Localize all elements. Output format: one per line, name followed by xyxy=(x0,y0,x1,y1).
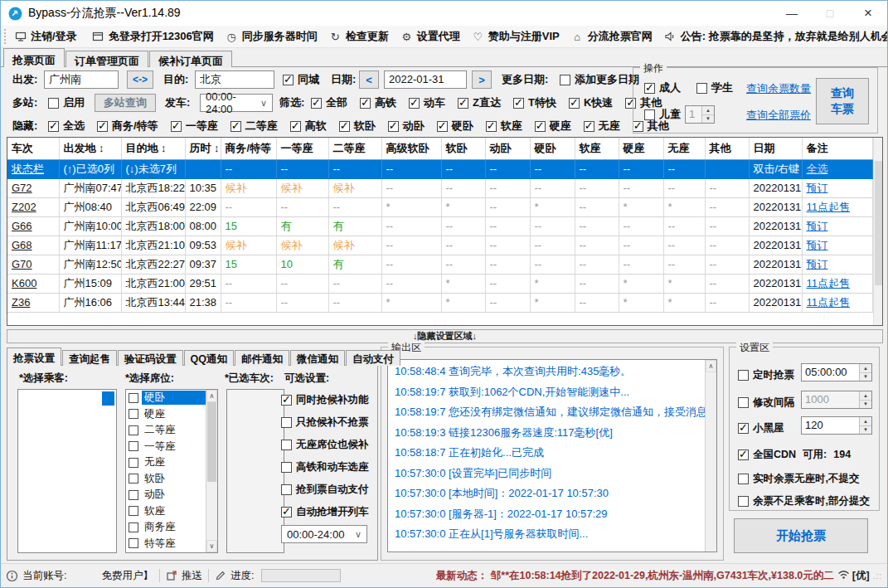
toolbar-item-7[interactable]: 公告: 抢票靠的是坚持，放弃就是给别人机会！ xyxy=(658,26,887,47)
seat-hide-checkbox-4[interactable]: 高软 xyxy=(290,117,327,135)
checkbox-box[interactable] xyxy=(171,121,182,132)
column-header[interactable]: 软卧 xyxy=(441,138,485,159)
checkbox-box[interactable] xyxy=(281,417,292,428)
train-type-checkbox-5[interactable]: K快速 xyxy=(569,94,613,112)
checkbox-box[interactable] xyxy=(281,484,292,495)
checkbox-box[interactable] xyxy=(129,538,138,548)
adult-checkbox[interactable]: 成人 xyxy=(644,79,681,97)
checkbox-box[interactable] xyxy=(738,450,749,460)
maximize-button[interactable]: □ xyxy=(811,1,849,26)
seat-option-3[interactable]: 一等座 xyxy=(126,439,206,455)
checkbox-box[interactable] xyxy=(696,83,707,94)
checkbox-box[interactable] xyxy=(738,496,749,507)
scroll-up-icon[interactable]: ∧ xyxy=(706,360,716,372)
stepper-up-icon[interactable]: ▲ xyxy=(860,417,871,426)
seat-type-listbox[interactable]: 硬卧硬座二等座一等座无座软卧动卧软座商务座特等座 ∧ ∨ xyxy=(125,389,218,553)
stepper-up-icon[interactable]: ▲ xyxy=(702,106,714,115)
minimize-button[interactable]: — xyxy=(773,1,811,26)
interval-stepper[interactable]: 1000 ▲▼ xyxy=(801,391,872,409)
checkbox-box[interactable] xyxy=(311,98,322,109)
checkbox-box[interactable] xyxy=(281,462,292,473)
tab-候补订单页面[interactable]: 候补订单页面 xyxy=(149,51,232,67)
checkbox-box[interactable] xyxy=(129,441,138,451)
checkbox-box[interactable] xyxy=(97,121,108,132)
stepper-up-icon[interactable]: ▲ xyxy=(860,391,871,401)
checkbox-box[interactable] xyxy=(129,458,138,468)
toolbar-item-2[interactable]: ◷同步服务器时间 xyxy=(220,26,323,47)
settings-tab-自动支付[interactable]: 自动支付 xyxy=(346,350,400,366)
checkbox-box[interactable] xyxy=(281,395,292,406)
train-type-checkbox-4[interactable]: T特快 xyxy=(513,94,556,112)
status-row[interactable]: 状态栏(↑)已选0列(↓)未选7列--------------------双击/… xyxy=(7,159,872,178)
seat-hide-checkbox-9[interactable]: 硬座 xyxy=(535,117,571,135)
seat-hide-checkbox-0[interactable]: 全选 xyxy=(48,117,85,135)
settings-tab-QQ通知[interactable]: QQ通知 xyxy=(184,350,234,366)
multi-enable-checkbox[interactable]: 启用 xyxy=(48,94,85,112)
option-checkbox-4[interactable]: 抢到票自动支付 xyxy=(281,480,369,498)
checkbox-box[interactable] xyxy=(458,98,468,109)
checkbox-box[interactable] xyxy=(738,397,749,408)
toolbar-item-3[interactable]: ↻检查更新 xyxy=(323,26,395,47)
checkbox-box[interactable] xyxy=(339,121,350,132)
seat-hide-checkbox-3[interactable]: 二等座 xyxy=(230,117,278,135)
toolbar-item-4[interactable]: ⚙设置代理 xyxy=(395,26,466,47)
child-checkbox[interactable]: 儿童 xyxy=(644,105,681,124)
seat-option-2[interactable]: 二等座 xyxy=(126,422,206,439)
column-header[interactable]: 商务/特等 xyxy=(221,138,276,159)
settings-tab-验证码设置[interactable]: 验证码设置 xyxy=(118,350,183,366)
option-checkbox-1[interactable]: 只抢候补不抢票 xyxy=(281,413,369,431)
stepper-down-icon[interactable]: ▼ xyxy=(860,401,871,409)
column-header[interactable]: 高级软卧 xyxy=(381,138,441,159)
seat-hide-checkbox-10[interactable]: 无座 xyxy=(584,117,620,135)
seat-hide-checkbox-2[interactable]: 一等座 xyxy=(171,117,218,135)
train-number-link[interactable]: Z36 xyxy=(12,296,30,309)
stepper-down-icon[interactable]: ▼ xyxy=(860,373,871,381)
checkbox-box[interactable] xyxy=(129,393,138,403)
settings-tab-抢票设置[interactable]: 抢票设置 xyxy=(7,347,61,366)
checkbox-box[interactable] xyxy=(281,440,292,450)
checkbox-box[interactable] xyxy=(283,75,294,85)
checkbox-box[interactable] xyxy=(569,98,580,109)
settings-checkbox-0[interactable]: 定时抢票 xyxy=(738,366,794,384)
option-checkbox-5[interactable]: 自动抢增开列车 xyxy=(281,503,369,521)
checkbox-box[interactable] xyxy=(129,409,138,419)
stepper-down-icon[interactable]: ▼ xyxy=(702,115,714,124)
checkbox-box[interactable] xyxy=(290,121,301,132)
settings-tab-邮件通知[interactable]: 邮件通知 xyxy=(235,350,289,366)
checkbox-box[interactable] xyxy=(644,109,655,120)
to-input[interactable]: 北京 xyxy=(195,70,274,89)
seat-hide-checkbox-1[interactable]: 商务/特等 xyxy=(97,117,158,135)
query-prices-link[interactable]: 查询全部票价 xyxy=(746,108,811,123)
scroll-up-icon[interactable]: ∧ xyxy=(206,390,217,402)
stepper-up-icon[interactable]: ▲ xyxy=(860,364,871,373)
seat-hide-checkbox-8[interactable]: 软座 xyxy=(486,117,522,135)
train-type-checkbox-3[interactable]: Z直达 xyxy=(458,94,501,112)
date-next-button[interactable]: > xyxy=(472,70,492,89)
seat-option-9[interactable]: 特等座 xyxy=(126,536,206,552)
checkbox-box[interactable] xyxy=(644,83,655,94)
checkbox-box[interactable] xyxy=(48,121,59,132)
book-link[interactable]: 11点起售 xyxy=(807,201,851,213)
checkbox-box[interactable] xyxy=(230,121,241,132)
toolbar-item-6[interactable]: ⌂分流抢票官网 xyxy=(565,26,658,47)
checkbox-box[interactable] xyxy=(129,522,138,532)
train-number-link[interactable]: G72 xyxy=(12,182,32,194)
select-all-link[interactable]: 全选 xyxy=(807,163,828,175)
blacklist-stepper[interactable]: 120 ▲▼ xyxy=(801,416,872,435)
passenger-listbox[interactable] xyxy=(17,389,117,553)
train-number-link[interactable]: Z202 xyxy=(12,201,36,213)
student-checkbox[interactable]: 学生 xyxy=(696,79,733,97)
resize-grip[interactable]: .:: xyxy=(873,571,882,581)
column-header[interactable]: 二等座 xyxy=(328,138,381,159)
option-checkbox-2[interactable]: 无座席位也候补 xyxy=(281,435,369,454)
train-row[interactable]: G66广州南10:00北京西18:0008:0015有有------------… xyxy=(7,216,872,236)
train-number-link[interactable]: K600 xyxy=(12,277,36,289)
book-link[interactable]: 11点起售 xyxy=(807,296,851,309)
toolbar-item-5[interactable]: ♡赞助与注册VIP xyxy=(466,26,565,47)
settings-checkbox-1[interactable]: 修改间隔 xyxy=(738,393,794,411)
book-link[interactable]: 预订 xyxy=(807,220,828,232)
seat-hide-checkbox-7[interactable]: 硬卧 xyxy=(437,117,473,135)
tab-订单管理页面[interactable]: 订单管理页面 xyxy=(66,51,148,67)
checkbox-box[interactable] xyxy=(281,507,292,518)
book-link[interactable]: 预订 xyxy=(807,239,828,251)
